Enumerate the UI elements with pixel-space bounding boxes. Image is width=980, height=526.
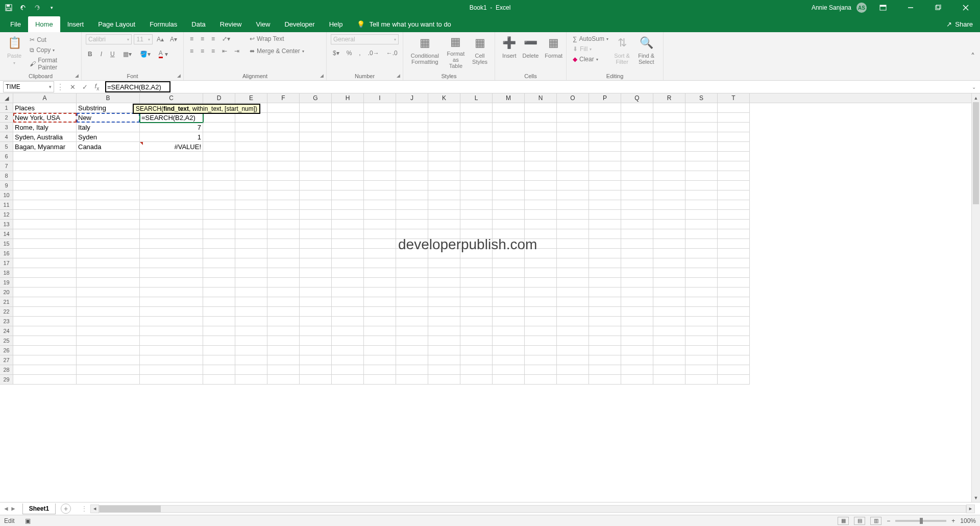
cell-A17[interactable]: [13, 258, 77, 268]
orientation-icon[interactable]: ⤢▾: [220, 34, 232, 43]
ribbon-display-options-icon[interactable]: [872, 0, 894, 15]
cell-H17[interactable]: [332, 258, 364, 268]
cell-S26[interactable]: [685, 346, 718, 355]
cell-E20[interactable]: [235, 288, 267, 297]
cell-K13[interactable]: [428, 220, 460, 229]
cell-Q12[interactable]: [621, 210, 653, 220]
tab-developer[interactable]: Developer: [277, 16, 322, 32]
cell-E4[interactable]: [235, 132, 267, 142]
cell-A9[interactable]: [13, 181, 77, 190]
column-header-P[interactable]: P: [589, 93, 621, 103]
cell-L26[interactable]: [460, 346, 493, 355]
cell-I23[interactable]: [364, 317, 396, 326]
cell-Q28[interactable]: [621, 365, 653, 375]
cell-E21[interactable]: [235, 297, 267, 307]
cell-G27[interactable]: [300, 355, 332, 365]
cell-Q14[interactable]: [621, 229, 653, 239]
cell-O21[interactable]: [557, 297, 589, 307]
cell-D29[interactable]: [203, 375, 235, 385]
row-header[interactable]: 24: [0, 326, 13, 336]
cell-D24[interactable]: [203, 326, 235, 336]
cell-H16[interactable]: [332, 249, 364, 258]
enter-formula-button[interactable]: ✓: [79, 83, 91, 91]
cell-H29[interactable]: [332, 375, 364, 385]
cell-L21[interactable]: [460, 297, 493, 307]
cell-G7[interactable]: [300, 161, 332, 171]
number-dialog-launcher[interactable]: ◢: [395, 72, 402, 79]
cell-G24[interactable]: [300, 326, 332, 336]
column-header-Q[interactable]: Q: [621, 93, 653, 103]
align-top-icon[interactable]: ≡: [188, 34, 195, 43]
alignment-dialog-launcher[interactable]: ◢: [318, 72, 325, 79]
row-header[interactable]: 26: [0, 346, 13, 355]
wrap-text-button[interactable]: ↩Wrap Text: [248, 34, 306, 43]
cell-I10[interactable]: [364, 190, 396, 200]
cell-E12[interactable]: [235, 210, 267, 220]
cell-I14[interactable]: [364, 229, 396, 239]
tab-review[interactable]: Review: [213, 16, 249, 32]
cell-S16[interactable]: [685, 249, 718, 258]
cell-J27[interactable]: [396, 355, 428, 365]
cell-A29[interactable]: [13, 375, 77, 385]
sheet-nav-prev-icon[interactable]: ◄: [3, 505, 9, 512]
cell-P8[interactable]: [589, 171, 621, 181]
row-header[interactable]: 18: [0, 268, 13, 278]
cell-N2[interactable]: [525, 113, 557, 123]
cell-F26[interactable]: [267, 346, 300, 355]
cell-C19[interactable]: [140, 278, 203, 288]
cell-H11[interactable]: [332, 200, 364, 210]
vertical-scrollbar[interactable]: ▲ ▼: [971, 93, 980, 502]
cell-H10[interactable]: [332, 190, 364, 200]
cell-Q26[interactable]: [621, 346, 653, 355]
sheet-tab-sheet1[interactable]: Sheet1: [22, 504, 56, 514]
cell-S2[interactable]: [685, 113, 718, 123]
cell-A15[interactable]: [13, 239, 77, 249]
cell-B6[interactable]: [77, 152, 140, 161]
cell-B11[interactable]: [77, 200, 140, 210]
cell-S5[interactable]: [685, 142, 718, 152]
cell-P21[interactable]: [589, 297, 621, 307]
cell-B3[interactable]: Italy: [77, 123, 140, 132]
cell-A11[interactable]: [13, 200, 77, 210]
cell-G17[interactable]: [300, 258, 332, 268]
cell-P17[interactable]: [589, 258, 621, 268]
cell-A28[interactable]: [13, 365, 77, 375]
cell-E11[interactable]: [235, 200, 267, 210]
cell-I20[interactable]: [364, 288, 396, 297]
cell-J12[interactable]: [396, 210, 428, 220]
comma-format-icon[interactable]: ,: [357, 49, 362, 58]
cell-T9[interactable]: [718, 181, 750, 190]
cell-L28[interactable]: [460, 365, 493, 375]
cell-H27[interactable]: [332, 355, 364, 365]
cell-S11[interactable]: [685, 200, 718, 210]
cell-P27[interactable]: [589, 355, 621, 365]
row-header[interactable]: 8: [0, 171, 13, 181]
paste-button[interactable]: 📋Paste▾: [4, 34, 24, 69]
cell-N26[interactable]: [525, 346, 557, 355]
cell-D15[interactable]: [203, 239, 235, 249]
cell-K6[interactable]: [428, 152, 460, 161]
row-header[interactable]: 28: [0, 365, 13, 375]
cell-I5[interactable]: [364, 142, 396, 152]
cell-I3[interactable]: [364, 123, 396, 132]
cell-S10[interactable]: [685, 190, 718, 200]
cell-K12[interactable]: [428, 210, 460, 220]
cell-O23[interactable]: [557, 317, 589, 326]
cell-P25[interactable]: [589, 336, 621, 346]
cell-F9[interactable]: [267, 181, 300, 190]
cell-G5[interactable]: [300, 142, 332, 152]
cell-R6[interactable]: [653, 152, 685, 161]
cell-N5[interactable]: [525, 142, 557, 152]
cell-D11[interactable]: [203, 200, 235, 210]
cell-M27[interactable]: [493, 355, 525, 365]
row-header[interactable]: 15: [0, 239, 13, 249]
cell-J24[interactable]: [396, 326, 428, 336]
cell-C27[interactable]: [140, 355, 203, 365]
zoom-level[interactable]: 100%: [960, 517, 976, 524]
autosum-button[interactable]: ∑AutoSum▾: [571, 34, 610, 43]
cell-T15[interactable]: [718, 239, 750, 249]
column-header-B[interactable]: B: [77, 93, 140, 103]
cell-R20[interactable]: [653, 288, 685, 297]
cell-L5[interactable]: [460, 142, 493, 152]
cell-A25[interactable]: [13, 336, 77, 346]
